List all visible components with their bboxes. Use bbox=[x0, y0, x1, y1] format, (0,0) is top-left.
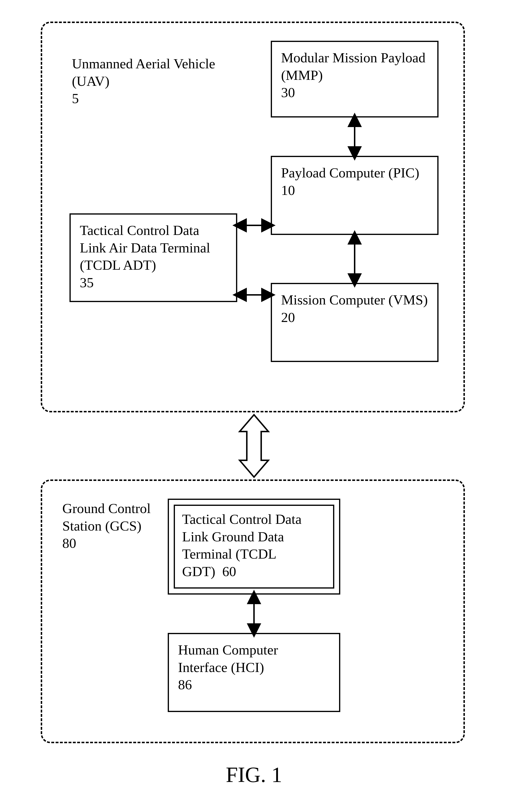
gcs-label: Ground Control Station (GCS) 80 bbox=[62, 500, 163, 552]
mmp-ref: 30 bbox=[281, 85, 295, 100]
gdt-inner-box: Tactical Control Data Link Ground Data T… bbox=[174, 505, 334, 588]
pic-text: Payload Computer (PIC) 10 bbox=[281, 164, 428, 199]
arrow-pic-vms bbox=[350, 235, 359, 283]
mmp-title: Modular Mission Payload (MMP) bbox=[281, 50, 426, 83]
hci-title: Human Computer Interface (HCI) bbox=[178, 642, 278, 675]
gdt-text: Tactical Control Data Link Ground Data T… bbox=[182, 511, 326, 580]
gcs-title-text: Ground Control Station (GCS) bbox=[62, 500, 151, 534]
uav-label: Unmanned Aerial Vehicle (UAV) 5 bbox=[72, 55, 225, 108]
arrow-mmp-pic bbox=[350, 118, 359, 156]
figure-label-text: FIG. 1 bbox=[226, 763, 282, 786]
gdt-ref: 60 bbox=[222, 564, 236, 579]
figure-label: FIG. 1 bbox=[226, 762, 282, 787]
tcdl-adt-box: Tactical Control Data Link Air Data Term… bbox=[70, 213, 237, 302]
uav-ref-text: 5 bbox=[72, 91, 79, 106]
arrow-tcdl-vms bbox=[237, 290, 271, 300]
tcdl-adt-text: Tactical Control Data Link Air Data Term… bbox=[80, 222, 227, 291]
arrow-gdt-hci bbox=[249, 595, 259, 633]
gdt-outer-box: Tactical Control Data Link Ground Data T… bbox=[168, 499, 340, 595]
hci-text: Human Computer Interface (HCI) 86 bbox=[178, 641, 330, 694]
tcdl-adt-title: Tactical Control Data Link Air Data Term… bbox=[80, 222, 210, 273]
uav-title-text: Unmanned Aerial Vehicle (UAV) bbox=[72, 56, 215, 89]
gdt-title: Tactical Control Data Link Ground Data T… bbox=[182, 512, 301, 579]
pic-ref: 10 bbox=[281, 182, 295, 198]
hci-ref: 86 bbox=[178, 677, 192, 692]
pic-title: Payload Computer (PIC) bbox=[281, 165, 419, 180]
gcs-ref-text: 80 bbox=[62, 535, 76, 551]
hci-box: Human Computer Interface (HCI) 86 bbox=[168, 633, 340, 712]
vms-title: Mission Computer (VMS) bbox=[281, 292, 428, 308]
diagram-container: Unmanned Aerial Vehicle (UAV) 5 Modular … bbox=[0, 0, 508, 812]
pic-box: Payload Computer (PIC) 10 bbox=[271, 156, 438, 235]
arrow-tcdl-pic bbox=[237, 220, 271, 230]
vms-text: Mission Computer (VMS) 20 bbox=[281, 291, 428, 326]
big-arrow-uav-gcs bbox=[230, 412, 278, 480]
vms-ref: 20 bbox=[281, 310, 295, 325]
mmp-box: Modular Mission Payload (MMP) 30 bbox=[271, 41, 438, 118]
tcdl-adt-ref: 35 bbox=[80, 275, 94, 290]
mmp-text: Modular Mission Payload (MMP) 30 bbox=[281, 49, 428, 102]
vms-box: Mission Computer (VMS) 20 bbox=[271, 283, 438, 362]
